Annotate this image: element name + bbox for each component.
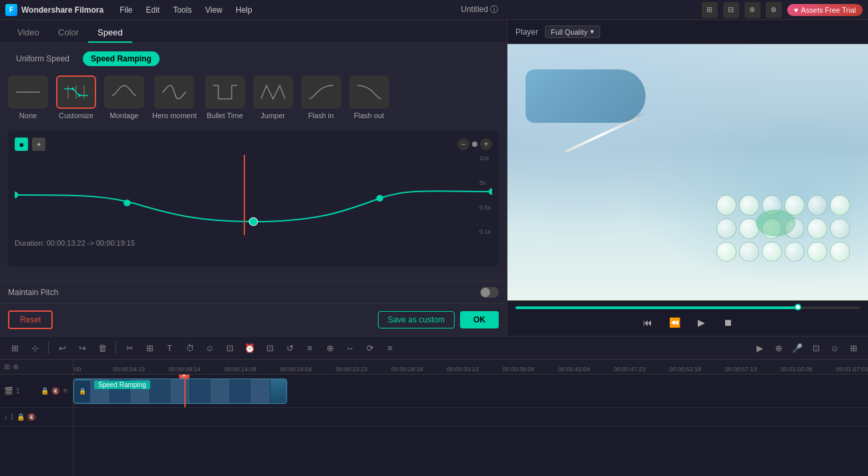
toolbar-right-6[interactable]: ⊞ [845, 340, 861, 356]
tab-speed[interactable]: Speed [88, 23, 132, 43]
toolbar-track-select[interactable]: ⊹ [27, 340, 43, 356]
reset-button[interactable]: Reset [8, 310, 53, 329]
audio-mute-icon[interactable]: 🔇 [27, 413, 35, 421]
toolbar-right-1[interactable]: ▶ [752, 340, 768, 356]
toolbar-crop[interactable]: ⊞ [142, 340, 158, 356]
track-mute-icon[interactable]: 🔇 [51, 387, 59, 395]
tab-color[interactable]: Color [49, 23, 88, 43]
window-icon-1[interactable]: ⊞ [702, 2, 718, 18]
clip-thumb-9 [250, 379, 270, 403]
toolbar-split[interactable]: ✂ [122, 340, 138, 356]
time-mark-8: 00:00:38:08 [503, 366, 535, 373]
save-as-custom-button[interactable]: Save as custom [378, 311, 455, 328]
preset-none[interactable]: None [8, 75, 48, 120]
window-icon-3[interactable]: ⊕ [744, 2, 761, 18]
time-mark-2: 00:00:09:14 [169, 366, 201, 373]
flash-in-svg [308, 82, 335, 102]
toolbar-right-2[interactable]: ⊕ [771, 340, 787, 356]
subtab-uniform-speed[interactable]: Uniform Speed [8, 51, 77, 66]
bubble-cell-5 [807, 195, 827, 216]
left-panel: Video Color Speed Uniform Speed Speed Ra… [0, 20, 507, 336]
toolbar-select-tool[interactable]: ⊞ [7, 340, 23, 356]
toolbar-effects[interactable]: ☺ [202, 340, 218, 356]
y-label-10x: 10x [479, 155, 491, 162]
main-layout: Video Color Speed Uniform Speed Speed Ra… [0, 20, 868, 336]
toolbar-redo[interactable]: ↪ [74, 340, 90, 356]
video-clip[interactable]: 🔒 Speed Ramping [73, 379, 287, 404]
toolbar-speed[interactable]: ⏱ [182, 340, 198, 356]
toolbar-right-3[interactable]: 🎤 [789, 340, 805, 356]
right-panel: Player Full Quality ▾ [507, 20, 868, 336]
curve-toolbar: ■ ✦ − + [15, 138, 492, 151]
player-controls: ⏮ ⏪ ▶ ⏹ [507, 300, 868, 336]
step-back-button[interactable]: ⏪ [666, 314, 682, 330]
preset-hero-moment[interactable]: Hero moment [152, 75, 197, 120]
menu-edit[interactable]: Edit [140, 4, 165, 16]
window-icon-4[interactable]: ⊗ [766, 2, 782, 18]
menu-help[interactable]: Help [230, 4, 258, 16]
window-title: Untitled ⓘ [258, 4, 702, 15]
ok-button[interactable]: OK [460, 311, 499, 328]
toolbar-transitions[interactable]: ⊡ [222, 340, 238, 356]
progress-bar[interactable] [515, 306, 860, 309]
play-button[interactable]: ▶ [693, 314, 709, 330]
maintain-pitch-toggle[interactable] [480, 287, 499, 298]
menu-tools[interactable]: Tools [168, 4, 197, 16]
preset-bullet-time-label: Bullet Time [206, 111, 242, 120]
playhead[interactable]: ✕ [184, 375, 186, 407]
preset-montage-label: Montage [110, 111, 139, 120]
toolbar-undo[interactable]: ↩ [54, 340, 70, 356]
curve-add-button[interactable]: ■ [15, 138, 28, 151]
preset-jumper-label: Jumper [260, 111, 285, 120]
assets-free-trial-button[interactable]: ♥Assets Free Trial [787, 4, 863, 16]
toolbar-text[interactable]: T [162, 340, 178, 356]
toolbar-color[interactable]: ⊡ [262, 340, 278, 356]
toolbar-more[interactable]: ≡ [382, 340, 398, 356]
bubble-cell-11 [807, 218, 827, 239]
preset-bullet-time[interactable]: Bullet Time [205, 75, 245, 120]
ruler-link-icon[interactable]: ⊕ [13, 363, 19, 371]
toolbar-360[interactable]: ⊕ [322, 340, 338, 356]
preset-customize[interactable]: Customize [56, 75, 96, 120]
toolbar-motion[interactable]: ⟳ [362, 340, 378, 356]
window-icon-2[interactable]: ⊟ [723, 2, 739, 18]
menu-view[interactable]: View [200, 4, 228, 16]
player-label: Player [515, 27, 538, 37]
toolbar-right-4[interactable]: ⊡ [808, 340, 824, 356]
toolbar-ai[interactable]: ↔ [342, 340, 358, 356]
preset-flash-out[interactable]: Flash out [349, 75, 389, 120]
toolbar-blend[interactable]: ≡ [302, 340, 318, 356]
preset-flash-in[interactable]: Flash in [301, 75, 341, 120]
bubble-cell-2 [739, 195, 759, 216]
svg-point-16 [377, 195, 384, 202]
skip-back-button[interactable]: ⏮ [640, 314, 656, 330]
bubble-cell-1 [716, 195, 736, 216]
curve-zoom-controls: − + [457, 138, 492, 150]
zoom-in-button[interactable]: + [480, 138, 492, 150]
curve-smooth-button[interactable]: ✦ [32, 138, 45, 151]
bubble-cell-18 [830, 242, 850, 262]
toolbar-stabilize[interactable]: ↺ [282, 340, 298, 356]
track-ctrl-icons: 🔒 🔇 👁 [41, 387, 69, 395]
zoom-out-button[interactable]: − [457, 138, 469, 150]
subtab-speed-ramping[interactable]: Speed Ramping [83, 51, 160, 66]
time-mark-1: 00:00:04:19 [114, 366, 146, 373]
menu-file[interactable]: File [114, 4, 138, 16]
speed-presets: None [8, 75, 499, 120]
toolbar-delete[interactable]: 🗑 [94, 340, 110, 356]
audio-lock-icon[interactable]: 🔒 [17, 413, 25, 421]
track-eye-icon[interactable]: 👁 [62, 387, 69, 395]
toolbar-audio[interactable]: ⏰ [242, 340, 258, 356]
tab-video[interactable]: Video [8, 23, 49, 43]
stop-button[interactable]: ⏹ [720, 314, 736, 330]
preset-montage[interactable]: Montage [104, 75, 144, 120]
time-mark-12: 00:00:57:13 [725, 366, 757, 373]
toolbar-right-5[interactable]: ☺ [827, 340, 843, 356]
preset-jumper[interactable]: Jumper [253, 75, 293, 120]
preset-flash-out-icon [349, 75, 389, 109]
player-header: Player Full Quality ▾ [507, 20, 868, 44]
track-lock-icon[interactable]: 🔒 [41, 387, 49, 395]
quality-select[interactable]: Full Quality ▾ [545, 25, 600, 38]
ruler-grid-icon[interactable]: ⊞ [4, 363, 10, 371]
clip-thumb-6 [190, 379, 210, 403]
